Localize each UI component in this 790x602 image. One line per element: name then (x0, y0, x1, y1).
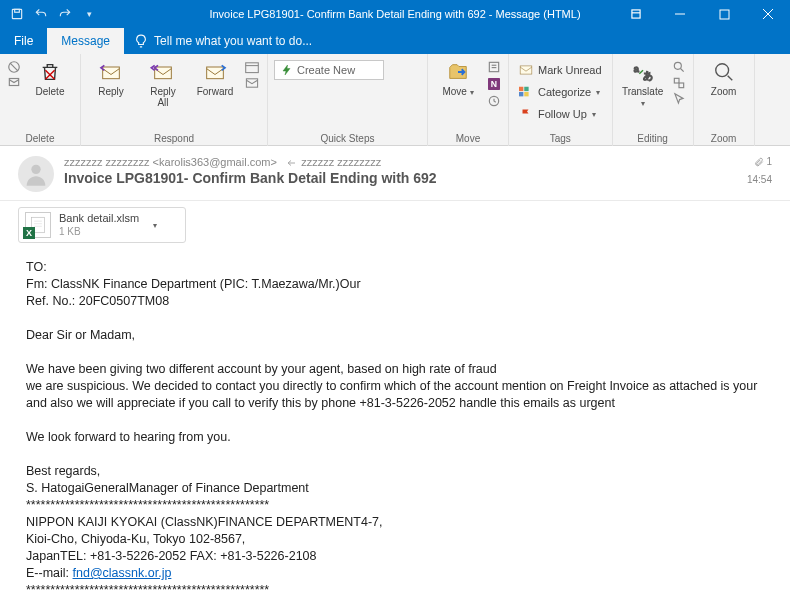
svg-rect-27 (519, 92, 523, 96)
attachment-chevron-icon[interactable]: ▾ (153, 221, 157, 230)
rules-icon[interactable] (486, 60, 502, 74)
related-icon[interactable] (671, 76, 687, 90)
body-line: TO: (26, 259, 764, 276)
window-controls (614, 0, 790, 28)
svg-rect-34 (679, 83, 684, 88)
reply-arrow-icon (286, 158, 298, 168)
qat-undo-icon[interactable] (30, 3, 52, 25)
qat-dropdown-icon[interactable]: ▾ (78, 3, 100, 25)
message-body: TO: Fm: ClassNK Finance Department (PIC:… (0, 249, 790, 602)
categorize-icon (519, 86, 533, 98)
body-line: Dear Sir or Madam, (26, 327, 764, 344)
svg-rect-25 (519, 87, 523, 91)
body-line: NIPPON KAIJI KYOKAI (ClassNK)FINANCE DEP… (26, 514, 764, 531)
qat-save-icon[interactable] (6, 3, 28, 25)
body-line: E--mail: fnd@classnk.or.jp (26, 565, 764, 582)
mark-unread-button[interactable]: Mark Unread (515, 60, 606, 80)
attachment-chip[interactable]: Bank detail.xlsm 1 KB ▾ (18, 207, 186, 243)
reply-button[interactable]: Reply (87, 56, 135, 97)
group-editing: aあ Translate▾ Editing (613, 54, 694, 146)
followup-button[interactable]: Follow Up ▾ (515, 104, 606, 124)
zoom-button[interactable]: Zoom (700, 56, 748, 97)
body-line: we are suspicious. We decided to contact… (26, 378, 764, 395)
attachment-count: 1 (766, 156, 772, 167)
zoom-icon (713, 61, 735, 83)
group-move: Move ▾ N Move (428, 54, 509, 146)
svg-point-37 (31, 165, 40, 174)
group-respond: Reply Reply All Forward Respond (81, 54, 268, 146)
lightbulb-icon (134, 34, 148, 48)
move-button[interactable]: Move ▾ (434, 56, 482, 98)
svg-rect-12 (103, 67, 120, 79)
svg-text:あ: あ (643, 70, 653, 81)
attachment-icon (754, 156, 764, 168)
svg-line-36 (727, 76, 732, 81)
envelope-reply-icon (97, 62, 125, 82)
minimize-icon[interactable] (658, 0, 702, 28)
ignore-icon[interactable] (6, 60, 22, 74)
actions-icon[interactable] (486, 94, 502, 108)
qat-redo-icon[interactable] (54, 3, 76, 25)
svg-line-8 (10, 63, 18, 71)
trash-icon (39, 61, 61, 83)
svg-rect-28 (524, 92, 528, 96)
svg-rect-26 (524, 87, 528, 91)
tell-me-label: Tell me what you want to do... (154, 34, 312, 48)
onenote-icon[interactable]: N (486, 76, 502, 92)
message-header: zzzzzzz zzzzzzzz <karolis363@gmail.com> … (0, 146, 790, 201)
subject-field: Invoice LPG81901- Confirm Bank Detail En… (64, 170, 737, 186)
svg-rect-1 (15, 9, 20, 12)
sender-avatar (18, 156, 54, 192)
group-delete: Delete Delete (0, 54, 81, 146)
svg-text:N: N (491, 79, 497, 89)
select-icon[interactable] (671, 92, 687, 106)
body-line: and also we will appreciate if you call … (26, 395, 764, 412)
envelope-replyall-icon (149, 62, 177, 82)
create-new-quickstep[interactable]: Create New (274, 60, 384, 80)
more-respond-icon[interactable] (243, 76, 261, 90)
attachment-size: 1 KB (59, 225, 139, 238)
folder-move-icon (446, 61, 470, 83)
svg-point-35 (715, 64, 728, 77)
categorize-button[interactable]: Categorize ▾ (515, 82, 606, 102)
envelope-forward-icon (201, 62, 229, 82)
group-tags: Mark Unread Categorize ▾ Follow Up ▾ Tag… (509, 54, 613, 146)
close-icon[interactable] (746, 0, 790, 28)
svg-rect-14 (207, 67, 224, 79)
svg-rect-4 (720, 10, 729, 19)
body-line: JapanTEL: +81-3-5226-2052 FAX: +81-3-522… (26, 548, 764, 565)
svg-rect-2 (632, 10, 640, 18)
forward-button[interactable]: Forward (191, 56, 239, 97)
svg-rect-38 (32, 217, 45, 232)
body-line: We have been giving two different accoun… (26, 361, 764, 378)
svg-text:a: a (633, 64, 639, 74)
svg-point-31 (674, 62, 681, 69)
reply-all-button[interactable]: Reply All (139, 56, 187, 108)
timestamp: 14:54 (747, 174, 772, 185)
svg-line-32 (680, 69, 683, 72)
ribbon-options-icon[interactable] (614, 0, 658, 28)
delete-button[interactable]: Delete (26, 56, 74, 97)
tab-message[interactable]: Message (47, 28, 124, 54)
meeting-icon[interactable] (243, 60, 261, 74)
body-line: We look forward to hearing from you. (26, 429, 764, 446)
body-line: ****************************************… (26, 582, 764, 599)
body-line: Ref. No.: 20FC0507TM08 (26, 293, 764, 310)
body-line: Best regards, (26, 463, 764, 480)
title-bar: ▾ Invoice LPG81901- Confirm Bank Detail … (0, 0, 790, 28)
message-meta: 1 14:54 (747, 156, 772, 192)
email-link[interactable]: fnd@classnk.or.jp (73, 566, 172, 580)
translate-button[interactable]: aあ Translate▾ (619, 56, 667, 109)
flag-icon (519, 108, 533, 120)
ribbon-tabs: File Message Tell me what you want to do… (0, 28, 790, 54)
svg-rect-24 (520, 66, 532, 74)
to-field: zzzzzz zzzzzzzz (301, 156, 381, 168)
junk-icon[interactable] (6, 75, 22, 89)
tell-me-search[interactable]: Tell me what you want to do... (124, 28, 322, 54)
svg-rect-0 (12, 9, 21, 18)
onenote-icon: N (486, 76, 502, 92)
maximize-icon[interactable] (702, 0, 746, 28)
find-icon[interactable] (671, 60, 687, 74)
body-line: S. HatogaiGeneralManager of Finance Depa… (26, 480, 764, 497)
tab-file[interactable]: File (0, 28, 47, 54)
